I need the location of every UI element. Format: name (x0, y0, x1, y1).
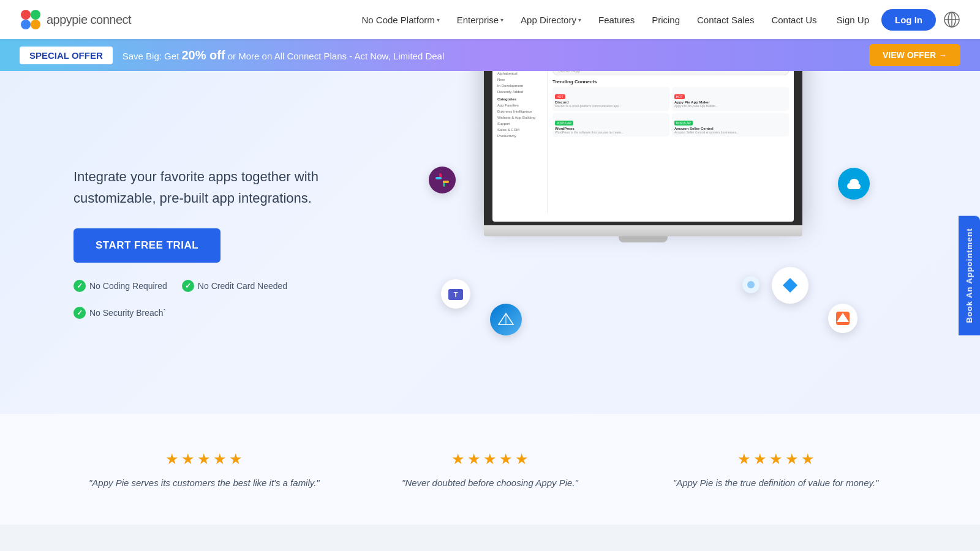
nav-item-app-directory[interactable]: App Directory ▾ (513, 10, 589, 30)
nav-item-no-code-platform[interactable]: No Code Platform ▾ (355, 10, 447, 30)
review-1-text: "Appy Pie serves its customers the best … (75, 478, 333, 488)
hero-section: Integrate your favorite apps together wi… (0, 71, 980, 414)
app-card-appy-pie: HOT Appy Pie App Maker Appy Pie No-code … (672, 87, 789, 111)
globe-icon[interactable] (943, 11, 960, 28)
app-card-discord: HOT Discord Discord is a cross-platform … (552, 87, 669, 111)
nav-item-contact-us[interactable]: Contact Us (764, 10, 824, 30)
chevron-down-icon: ▾ (437, 17, 440, 23)
svg-point-0 (21, 10, 31, 20)
screen-main: Start integrating your favorite apps Sea… (548, 71, 794, 213)
review-2-text: "Never doubted before choosing Appy Pie.… (361, 478, 619, 488)
logo[interactable]: appypie connect (20, 9, 131, 31)
navbar: appypie connect No Code Platform ▾ Enter… (0, 0, 980, 39)
hero-features-list: No Coding Required No Credit Card Needed… (74, 280, 355, 319)
svg-marker-12 (783, 278, 797, 293)
svg-rect-17 (435, 177, 442, 179)
review-1-stars: ★ ★ ★ ★ ★ (75, 451, 333, 468)
feature-no-security-breach: No Security Breach` (74, 307, 166, 319)
login-button[interactable]: Log In (881, 9, 936, 31)
nav-item-contact-sales[interactable]: Contact Sales (690, 10, 761, 30)
laptop-stand (619, 236, 668, 242)
review-2-stars: ★ ★ ★ ★ ★ (361, 451, 619, 468)
view-offer-button[interactable]: VIEW OFFER → (869, 44, 960, 66)
screen-apps-grid: HOT Discord Discord is a cross-platform … (552, 87, 789, 137)
teams-icon: T (441, 279, 470, 309)
logo-text: appypie connect (47, 13, 131, 27)
app-card-wordpress: POPULAR WordPress WordPress is the softw… (552, 113, 669, 137)
hero-title: Integrate your favorite apps together wi… (74, 166, 343, 209)
salesforce-icon (838, 168, 870, 200)
laptop-screen: appypie connect No Code Platform Enterpr… (484, 71, 802, 225)
nav-item-pricing[interactable]: Pricing (644, 10, 687, 30)
review-3-text: "Appy Pie is the true definition of valu… (647, 478, 905, 488)
svg-point-1 (31, 10, 40, 20)
svg-text:T: T (454, 291, 458, 298)
small-circle-icon (742, 276, 760, 293)
screen-search: Search App (552, 71, 789, 75)
notion-icon (828, 304, 858, 333)
start-free-trial-button[interactable]: START FREE TRIAL (74, 228, 221, 263)
banner-text: Save Big: Get 20% off or More on All Con… (123, 48, 869, 62)
svg-point-2 (21, 20, 31, 29)
svg-point-3 (31, 20, 40, 29)
laptop-illustration: appypie connect No Code Platform Enterpr… (484, 71, 802, 242)
app-card-amazon: POPULAR Amazon Seller Central Amazon Sel… (672, 113, 789, 137)
screen-sidebar: Sort By Most Popular Alphabetical New In… (492, 71, 548, 213)
logo-icon (20, 9, 42, 31)
chevron-down-icon: ▾ (578, 17, 581, 23)
check-icon (182, 280, 194, 292)
hero-content: Integrate your favorite apps together wi… (74, 166, 380, 319)
special-offer-banner: SPECIAL OFFER Save Big: Get 20% off or M… (0, 39, 980, 71)
diamond-icon (772, 267, 809, 304)
svg-rect-18 (443, 181, 449, 183)
chevron-down-icon: ▾ (500, 17, 503, 23)
review-card-2: ★ ★ ★ ★ ★ "Never doubted before choosing… (361, 451, 619, 488)
review-3-stars: ★ ★ ★ ★ ★ (647, 451, 905, 468)
laptop-base (484, 225, 802, 236)
banner-label: SPECIAL OFFER (20, 47, 113, 64)
check-icon (74, 280, 86, 292)
nav-links: No Code Platform ▾ Enterprise ▾ App Dire… (355, 9, 961, 31)
check-icon (74, 307, 86, 319)
feature-no-coding: No Coding Required (74, 280, 167, 292)
feature-no-credit-card: No Credit Card Needed (182, 280, 287, 292)
reviews-section: ★ ★ ★ ★ ★ "Appy Pie serves its customers… (0, 414, 980, 525)
azure-icon (490, 304, 522, 335)
review-card-3: ★ ★ ★ ★ ★ "Appy Pie is the true definiti… (647, 451, 905, 488)
slack-icon (429, 167, 456, 193)
review-card-1: ★ ★ ★ ★ ★ "Appy Pie serves its customers… (75, 451, 333, 488)
nav-item-enterprise[interactable]: Enterprise ▾ (450, 10, 511, 30)
screen-content: appypie connect No Code Platform Enterpr… (492, 71, 794, 222)
book-appointment-button[interactable]: Book An Appointment (959, 216, 980, 335)
signup-button[interactable]: Sign Up (827, 10, 879, 30)
nav-item-features[interactable]: Features (591, 10, 642, 30)
